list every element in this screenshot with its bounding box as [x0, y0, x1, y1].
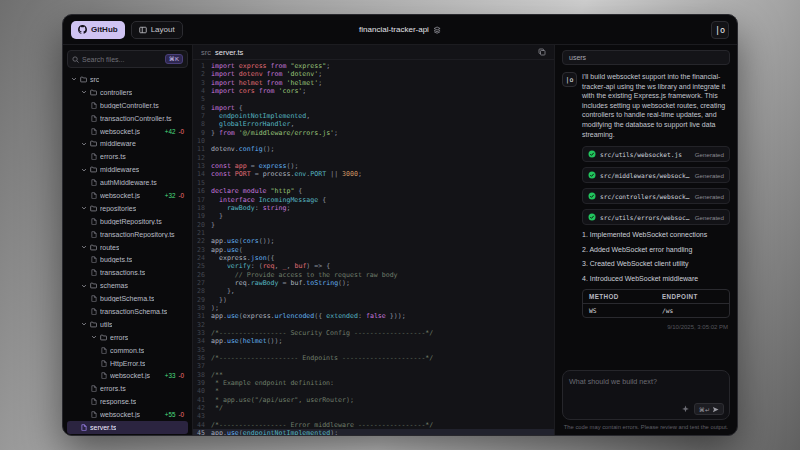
- chat-session-tab[interactable]: users: [562, 50, 730, 65]
- tree-folder-errors[interactable]: errors: [67, 331, 188, 344]
- search-input[interactable]: Search files... ⌘K: [67, 50, 188, 68]
- tree-folder-utils[interactable]: utils: [67, 318, 188, 331]
- app-logo[interactable]: |o: [711, 21, 729, 39]
- generated-file-card[interactable]: src/middlewares/websocket.jsGenerated: [582, 167, 730, 183]
- generated-file-path: src/utils/errors/websocket.js: [600, 214, 691, 221]
- line-number: 26: [193, 271, 211, 279]
- tree-folder-middlewares[interactable]: middlewares: [67, 163, 188, 176]
- code-line: 1import express from "express";: [193, 62, 554, 70]
- code-line: 10: [193, 137, 554, 145]
- code-editor: src server.ts 1import express from "expr…: [193, 45, 554, 435]
- file-tree: srccontrollersbudgetController.tstransac…: [67, 73, 188, 435]
- send-button[interactable]: ⌘↵: [694, 403, 724, 415]
- tree-file-transactions.ts[interactable]: transactions.ts: [67, 266, 188, 279]
- generated-file-card[interactable]: src/controllers/websocket.jsGenerated: [582, 188, 730, 204]
- chat-composer[interactable]: What should we build next? ⌘↵: [562, 370, 730, 420]
- step-item: 2. Added WebSocket error handling: [582, 246, 730, 253]
- file-icon: [91, 295, 97, 302]
- tree-file-transactionSchema.ts[interactable]: transactionSchema.ts: [67, 305, 188, 318]
- main-area: Search files... ⌘K srccontrollersbudgetC…: [63, 45, 737, 435]
- line-number: 30: [193, 304, 211, 312]
- tree-item-label: middlewares: [100, 166, 139, 173]
- generated-file-card[interactable]: src/utils/errors/websocket.jsGenerated: [582, 209, 730, 225]
- tree-item-label: transactionRepository.ts: [100, 231, 175, 238]
- chevron-down-icon: [81, 167, 87, 173]
- tree-file-transactionRepository.ts[interactable]: transactionRepository.ts: [67, 228, 188, 241]
- tree-file-HttpError.ts[interactable]: HttpError.ts: [67, 357, 188, 370]
- code-line: 21: [193, 229, 554, 237]
- breadcrumb-dir: src: [201, 48, 211, 57]
- tree-file-websocket.js[interactable]: websocket.js+33-0: [67, 369, 188, 382]
- tree-folder-repositories[interactable]: repositories: [67, 202, 188, 215]
- sparkle-icon[interactable]: [681, 405, 690, 414]
- file-icon: [91, 128, 97, 135]
- tree-file-budgetRepository.ts[interactable]: budgetRepository.ts: [67, 215, 188, 228]
- tree-item-label: authMiddleware.ts: [100, 179, 157, 186]
- diff-removed-badge: -0: [178, 128, 184, 135]
- project-title: financial-tracker-api: [359, 25, 429, 34]
- copy-icon[interactable]: [538, 48, 546, 56]
- tree-file-package.json[interactable]: package.json+3-1: [67, 434, 188, 435]
- code-line: 17 interface IncomingMessage {: [193, 196, 554, 204]
- tree-folder-middleware[interactable]: middleware: [67, 137, 188, 150]
- tree-file-response.ts[interactable]: response.ts: [67, 395, 188, 408]
- file-icon: [91, 385, 97, 392]
- generated-file-status: Generated: [695, 172, 724, 179]
- message-timestamp: 9/10/2025, 3:05:02 PM: [562, 324, 728, 330]
- folder-icon: [90, 89, 97, 96]
- line-number: 9: [193, 129, 211, 137]
- code-line: 7 endpointNotImplemented,: [193, 112, 554, 120]
- line-number: 19: [193, 212, 211, 220]
- check-circle-icon: [588, 213, 596, 221]
- tree-folder-src[interactable]: src: [67, 73, 188, 86]
- tree-folder-controllers[interactable]: controllers: [67, 86, 188, 99]
- tree-file-websocket.js[interactable]: websocket.js+55-0: [67, 408, 188, 421]
- generated-file-card[interactable]: src/utils/websocket.jsGenerated: [582, 146, 730, 162]
- project-title-group[interactable]: financial-tracker-api: [359, 25, 441, 34]
- tree-file-errors.ts[interactable]: errors.ts: [67, 382, 188, 395]
- code-line: 33/*----------------- Security Config --…: [193, 329, 554, 337]
- tree-item-label: transactions.ts: [100, 269, 145, 276]
- line-number: 38: [193, 371, 211, 379]
- tree-file-authMiddleware.ts[interactable]: authMiddleware.ts: [67, 176, 188, 189]
- file-icon: [81, 424, 87, 431]
- table-header-row: METHODENDPOINT: [583, 290, 729, 303]
- github-button[interactable]: GitHub: [71, 21, 125, 39]
- chevron-down-icon: [81, 89, 87, 95]
- line-number: 28: [193, 287, 211, 295]
- file-icon: [91, 115, 97, 122]
- tree-file-budgetSchema.ts[interactable]: budgetSchema.ts: [67, 292, 188, 305]
- generated-files: src/utils/websocket.jsGeneratedsrc/middl…: [562, 146, 730, 225]
- tree-file-websocket.js[interactable]: websocket.js+42-0: [67, 125, 188, 138]
- file-icon: [91, 411, 97, 418]
- code-area[interactable]: 1import express from "express";2import d…: [193, 60, 554, 435]
- tree-item-label: errors.ts: [100, 153, 126, 160]
- code-line: 35: [193, 346, 554, 354]
- tree-file-budgets.ts[interactable]: budgets.ts: [67, 253, 188, 266]
- tree-file-transactionController.ts[interactable]: transactionController.ts: [67, 112, 188, 125]
- step-item: 3. Created WebSocket client utility: [582, 260, 730, 267]
- code-line: 37: [193, 362, 554, 370]
- layout-button[interactable]: Layout: [131, 21, 183, 39]
- tree-file-server.ts[interactable]: server.ts: [67, 421, 188, 434]
- code-line: 13const app = express();: [193, 162, 554, 170]
- tree-file-budgetController.ts[interactable]: budgetController.ts: [67, 99, 188, 112]
- tree-folder-schemas[interactable]: schemas: [67, 279, 188, 292]
- line-number: 27: [193, 279, 211, 287]
- code-line: 31app.use(express.urlencoded({ extended:…: [193, 312, 554, 320]
- chat-messages[interactable]: |o I'll build websocket support into the…: [562, 72, 730, 365]
- line-number: 35: [193, 346, 211, 354]
- tree-file-common.ts[interactable]: common.ts: [67, 344, 188, 357]
- tree-folder-routes[interactable]: routes: [67, 241, 188, 254]
- tree-file-errors.ts[interactable]: errors.ts: [67, 150, 188, 163]
- tree-item-label: websocket.js: [110, 372, 150, 379]
- code-line: 32: [193, 321, 554, 329]
- folder-icon: [100, 334, 107, 341]
- file-icon: [101, 360, 107, 367]
- tree-file-websocket.js[interactable]: websocket.js+32-0: [67, 189, 188, 202]
- line-number: 18: [193, 204, 211, 212]
- chevron-down-icon: [81, 244, 87, 250]
- line-number: 13: [193, 162, 211, 170]
- folder-icon: [90, 282, 97, 289]
- app-logo-text: |o: [715, 25, 725, 35]
